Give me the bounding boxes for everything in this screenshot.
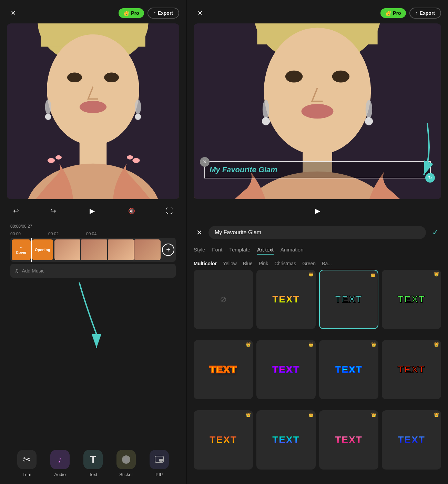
- left-arrow: [69, 279, 114, 358]
- text-overlay-box[interactable]: ✕ My Favourite Glam ↻: [204, 161, 431, 178]
- filter-yellow[interactable]: Yellow: [223, 261, 237, 266]
- filter-blue[interactable]: Blue: [243, 261, 253, 266]
- style-cell-9[interactable]: 👑 TEXT: [256, 410, 316, 470]
- text-input-field[interactable]: [208, 226, 426, 239]
- right-panel: ✕ 👑 Pro ↑ Export: [187, 0, 448, 484]
- thumbnail-2: [81, 239, 107, 260]
- text-tool[interactable]: T Text: [83, 450, 103, 477]
- style-cell-10[interactable]: 👑 TEXT: [319, 410, 378, 470]
- style-cell-5[interactable]: 👑 TEXT: [256, 340, 316, 399]
- tab-animation[interactable]: Animation: [281, 245, 304, 254]
- svg-point-15: [127, 155, 133, 160]
- style-cell-6[interactable]: 👑 TEXT: [319, 340, 378, 399]
- trim-tool[interactable]: ✂ Trim: [17, 450, 37, 477]
- svg-point-12: [135, 114, 141, 120]
- cover-track-label: ← Cover: [12, 239, 31, 260]
- text-edit-close-button[interactable]: ✕: [194, 227, 205, 238]
- pip-tool[interactable]: PIP: [150, 450, 169, 477]
- sticker-tool[interactable]: Sticker: [116, 450, 136, 477]
- add-music-track[interactable]: ♫ Add Music: [10, 264, 176, 278]
- crown-icon-2: 👑: [370, 272, 376, 277]
- crown-icon-4: 👑: [246, 342, 251, 347]
- right-play-button[interactable]: ▶: [310, 203, 325, 218]
- style-cell-11[interactable]: 👑 TEXT: [382, 410, 441, 470]
- svg-point-27: [332, 71, 349, 83]
- track-thumbnails: [54, 239, 161, 260]
- music-icon: ♫: [14, 267, 19, 275]
- video-timeline-track[interactable]: ← Cover Opening +: [10, 238, 176, 262]
- pip-label: PIP: [156, 472, 163, 477]
- svg-point-16: [132, 158, 140, 163]
- crown-icon: 👑: [123, 10, 129, 16]
- style-cell-8[interactable]: 👑 TEXT: [194, 410, 253, 470]
- right-export-button[interactable]: ↑ Export: [409, 8, 441, 19]
- undo-button[interactable]: ↩: [10, 205, 22, 216]
- timeline-section: 00:00 / 00:27 00:00 00:02 00:04 ← Cover …: [7, 223, 179, 283]
- fullscreen-button[interactable]: ⛶: [163, 206, 176, 216]
- audio-icon: ♪: [50, 450, 70, 469]
- style-cell-none[interactable]: ⊘: [194, 270, 253, 329]
- left-play-button[interactable]: ▶: [84, 203, 100, 218]
- style-cell-4[interactable]: 👑 TEXT: [194, 340, 253, 399]
- svg-point-6: [80, 101, 107, 113]
- filter-pink[interactable]: Pink: [259, 261, 268, 266]
- crown-icon-7: 👑: [434, 342, 439, 347]
- left-header: ✕ 👑 Pro ↑ Export: [7, 7, 179, 19]
- filter-basic[interactable]: Ba...: [322, 261, 332, 266]
- style-preview-3: TEXT: [398, 294, 425, 305]
- tab-art-text[interactable]: Art text: [257, 245, 274, 255]
- text-overlay-content: My Favourite Glam: [210, 165, 425, 174]
- right-crown-icon: 👑: [385, 10, 391, 16]
- style-preview-9: TEXT: [272, 434, 300, 445]
- redo-button[interactable]: ↪: [48, 205, 59, 216]
- right-pro-label: Pro: [393, 10, 401, 16]
- opening-track-label: Opening: [32, 239, 53, 260]
- text-style-grid: ⊘ 👑 TEXT 👑 TEXT 👑 TEXT 👑 TEXT 👑 TEXT: [194, 270, 441, 484]
- crown-icon-10: 👑: [371, 412, 376, 417]
- text-overlay-close-button[interactable]: ✕: [200, 157, 210, 167]
- text-edit-bar: ✕ ✓: [194, 223, 441, 243]
- style-cell-2[interactable]: 👑 TEXT: [319, 270, 378, 329]
- style-preview-2: TEXT: [335, 294, 363, 305]
- style-cell-3[interactable]: 👑 TEXT: [382, 270, 441, 329]
- left-video-face: [7, 23, 179, 199]
- style-preview-7: TEXT: [398, 364, 425, 375]
- sticker-label: Sticker: [119, 472, 133, 477]
- text-overlay-resize-handle[interactable]: ↻: [425, 173, 435, 183]
- thumbnail-3: [108, 239, 134, 260]
- filter-tabs: Multicolor Yellow Blue Pink Christmas Gr…: [194, 257, 441, 270]
- audio-tool[interactable]: ♪ Audio: [50, 450, 70, 477]
- text-confirm-button[interactable]: ✓: [429, 227, 441, 238]
- style-preview-5: TEXT: [272, 364, 300, 375]
- right-header: ✕ 👑 Pro ↑ Export: [194, 7, 441, 19]
- style-cell-1[interactable]: 👑 TEXT: [256, 270, 316, 329]
- cover-label: Cover: [16, 250, 27, 255]
- pro-label: Pro: [131, 10, 139, 16]
- style-preview-4: TEXT: [210, 364, 237, 375]
- pro-badge[interactable]: 👑 Pro: [119, 8, 144, 18]
- svg-point-28: [301, 104, 333, 119]
- svg-point-3: [47, 34, 139, 145]
- mute-button[interactable]: 🔇: [125, 206, 138, 216]
- right-header-actions: 👑 Pro ↑ Export: [380, 8, 441, 19]
- filter-green[interactable]: Green: [302, 261, 316, 266]
- left-close-button[interactable]: ✕: [7, 7, 19, 19]
- right-close-button[interactable]: ✕: [194, 7, 206, 19]
- filter-multicolor[interactable]: Multicolor: [194, 261, 217, 266]
- marker-2: 00:04: [86, 231, 96, 236]
- tab-font[interactable]: Font: [212, 245, 222, 254]
- tab-template[interactable]: Template: [229, 245, 250, 254]
- filter-christmas[interactable]: Christmas: [274, 261, 296, 266]
- svg-point-4: [67, 73, 82, 83]
- timeline-time: 00:00 / 00:27: [7, 223, 179, 230]
- export-button[interactable]: ↑ Export: [147, 8, 179, 19]
- opening-label: Opening: [35, 248, 50, 252]
- right-pro-badge[interactable]: 👑 Pro: [380, 8, 406, 18]
- style-preview-8: TEXT: [210, 434, 237, 445]
- crown-icon-9: 👑: [308, 412, 314, 417]
- audio-label: Audio: [54, 472, 65, 477]
- style-cell-7[interactable]: 👑 TEXT: [382, 340, 441, 399]
- tab-style[interactable]: Style: [194, 245, 205, 254]
- trim-label: Trim: [22, 472, 31, 477]
- add-clip-button[interactable]: +: [162, 244, 174, 256]
